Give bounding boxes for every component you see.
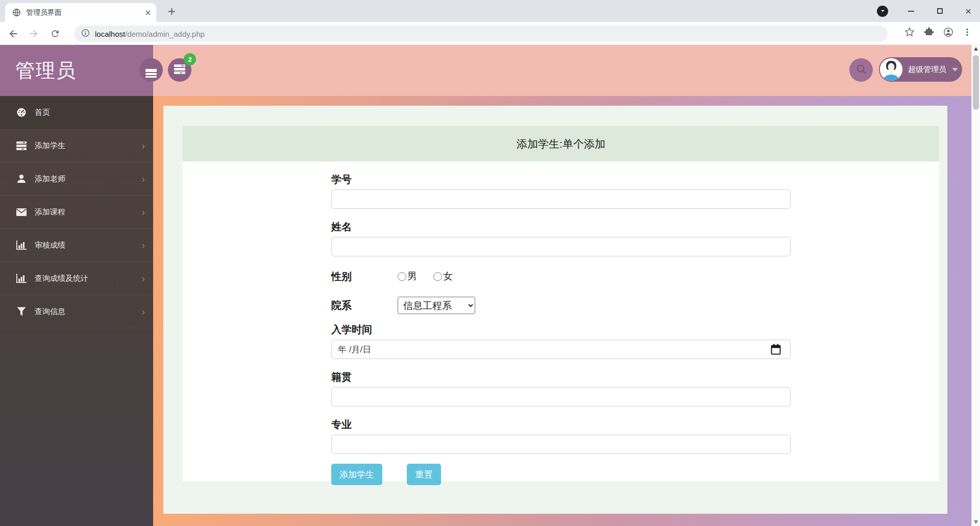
sidebar-item-add-student[interactable]: 添加学生 › xyxy=(0,129,153,162)
hamburger-icon xyxy=(145,69,157,71)
gender-male-radio[interactable] xyxy=(398,272,406,281)
sidebar-brand: 管理员 xyxy=(0,45,153,96)
major-input[interactable] xyxy=(331,435,791,454)
page-scrollbar[interactable] xyxy=(971,45,980,526)
major-label: 专业 xyxy=(331,418,791,432)
form-title: 添加学生:单个添加 xyxy=(183,126,939,161)
back-icon[interactable] xyxy=(7,28,19,40)
gender-female-radio[interactable] xyxy=(433,272,442,281)
envelope-icon xyxy=(15,208,28,216)
refresh-icon[interactable] xyxy=(49,28,61,40)
close-window-button[interactable]: × xyxy=(960,3,977,20)
bar-chart-icon xyxy=(15,274,28,283)
sidebar-item-add-course[interactable]: 添加课程 › xyxy=(0,196,153,229)
filter-icon xyxy=(15,307,28,316)
sidebar-item-home[interactable]: 首页 xyxy=(0,96,153,129)
avatar xyxy=(880,58,902,81)
tasks-icon xyxy=(15,141,28,150)
main-content: 添加学生:单个添加 学号 姓名 性别 男 女 院系 xyxy=(153,96,980,526)
hometown-label: 籍贯 xyxy=(331,370,791,384)
browser-toolbar: localhost/demo/admin_addy.php xyxy=(0,22,980,45)
sidebar-item-review-grades[interactable]: 审核成绩 › xyxy=(0,229,153,262)
browser-tab-strip: 管理员界面 × xyxy=(0,0,980,22)
dashboard-icon xyxy=(15,107,28,117)
department-row: 院系 信息工程系 xyxy=(331,296,791,315)
search-icon xyxy=(856,64,867,77)
sidebar-item-query-grades[interactable]: 查询成绩及统计 › xyxy=(0,262,153,295)
content-card: 添加学生:单个添加 学号 姓名 性别 男 女 院系 xyxy=(163,106,947,514)
browser-menu-icon[interactable] xyxy=(963,28,972,37)
url-text: localhost/demo/admin_addy.php xyxy=(95,30,205,38)
window-controls: × xyxy=(874,0,977,22)
gender-male-label[interactable]: 男 xyxy=(407,270,417,283)
gender-label: 性别 xyxy=(331,270,398,283)
sidebar-item-label: 查询信息 xyxy=(35,307,65,317)
user-menu[interactable]: 超级管理员 xyxy=(879,57,962,82)
bookmark-star-icon[interactable] xyxy=(904,27,915,37)
gender-female-label[interactable]: 女 xyxy=(443,270,453,283)
tasks-icon xyxy=(174,64,185,76)
sidebar-item-label: 添加课程 xyxy=(35,207,65,217)
browser-tab[interactable]: 管理员界面 xyxy=(5,3,156,22)
sidebar-item-query-info[interactable]: 查询信息 › xyxy=(0,295,153,328)
sidebar-item-label: 审核成绩 xyxy=(35,241,65,250)
globe-favicon-icon xyxy=(12,8,21,17)
scroll-down-arrow-icon[interactable] xyxy=(974,520,978,524)
chevron-right-icon: › xyxy=(141,140,145,151)
student-id-input[interactable] xyxy=(331,189,791,209)
topbar: 2 超级管理员 xyxy=(153,45,980,96)
forward-icon[interactable] xyxy=(28,28,40,40)
new-tab-button[interactable] xyxy=(165,5,178,17)
enroll-date-input[interactable]: 年 /月/日 xyxy=(331,340,791,359)
reset-button[interactable]: 重置 xyxy=(407,464,441,485)
admin-name: 超级管理员 xyxy=(908,65,946,75)
student-id-label: 学号 xyxy=(331,173,791,186)
notification-count-badge: 2 xyxy=(184,53,196,65)
extensions-puzzle-icon[interactable] xyxy=(924,27,934,37)
bar-chart-icon xyxy=(15,241,28,250)
gender-row: 性别 男 女 xyxy=(331,267,791,285)
tab-title: 管理员界面 xyxy=(26,8,145,17)
add-student-form: 学号 姓名 性别 男 女 院系 信息工程系 xyxy=(183,161,939,481)
chevron-right-icon: › xyxy=(141,273,145,283)
chevron-right-icon: › xyxy=(141,207,145,217)
sidebar-item-label: 查询成绩及统计 xyxy=(35,274,88,283)
add-student-button[interactable]: 添加学生 xyxy=(331,464,382,485)
sidebar-item-add-teacher[interactable]: 添加老师 › xyxy=(0,162,153,196)
scrollbar-thumb[interactable] xyxy=(973,55,979,110)
scroll-up-arrow-icon[interactable] xyxy=(974,47,978,51)
chevron-right-icon: › xyxy=(141,240,145,250)
chevron-right-icon: › xyxy=(141,174,145,184)
sidebar: 管理员 首页 添加学生 › 添加老师 › 添加课程 › 审核成绩 › xyxy=(0,45,153,526)
enroll-date-label: 入学时间 xyxy=(331,323,791,337)
sidebar-item-label: 首页 xyxy=(35,108,50,117)
sidebar-item-label: 添加学生 xyxy=(35,141,65,151)
url-bar[interactable]: localhost/demo/admin_addy.php xyxy=(74,26,888,42)
sidebar-toggle-button[interactable] xyxy=(139,58,163,82)
site-info-icon[interactable] xyxy=(81,29,90,39)
hometown-input[interactable] xyxy=(331,387,791,407)
maximize-button[interactable] xyxy=(931,3,948,20)
department-label: 院系 xyxy=(331,299,398,313)
search-button[interactable] xyxy=(849,58,873,82)
minimize-button[interactable] xyxy=(902,3,920,20)
media-control-icon[interactable] xyxy=(874,3,891,20)
department-select[interactable]: 信息工程系 xyxy=(398,297,475,314)
name-input[interactable] xyxy=(331,237,791,256)
chevron-right-icon: › xyxy=(141,306,145,317)
chevron-down-icon xyxy=(952,68,958,71)
notifications-button[interactable]: 2 xyxy=(168,58,191,82)
date-placeholder: 年 /月/日 xyxy=(338,344,371,355)
tab-close-icon[interactable] xyxy=(145,10,151,16)
user-icon xyxy=(15,174,28,183)
name-label: 姓名 xyxy=(331,220,791,234)
calendar-icon[interactable] xyxy=(771,344,781,357)
sidebar-item-label: 添加老师 xyxy=(35,174,65,184)
profile-icon[interactable] xyxy=(943,27,953,37)
